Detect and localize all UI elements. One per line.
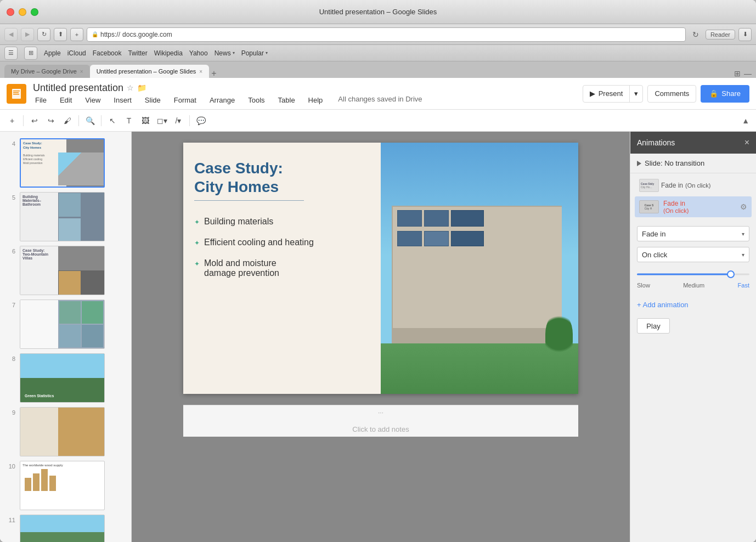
reader-button[interactable]: Reader <box>706 30 735 39</box>
bookmark-news[interactable]: News ▾ <box>215 49 235 57</box>
slides-logo[interactable] <box>7 84 26 104</box>
menu-slide[interactable]: Slide <box>143 95 163 105</box>
image-tool[interactable]: 🖼 <box>138 113 153 128</box>
undo-button[interactable]: ↩ <box>27 113 42 128</box>
slide-panel[interactable]: 4 Case Study:City Homes Building materia… <box>0 132 132 542</box>
bookmark-label: Twitter <box>128 49 147 57</box>
reading-list-button[interactable]: ☰ <box>4 47 18 60</box>
folder-icon[interactable]: 📁 <box>137 83 146 92</box>
bookmark-label: News <box>215 49 231 57</box>
collapse-toolbar-button[interactable]: ▲ <box>740 114 752 127</box>
slide-thumbnail-4[interactable]: Case Study:City Homes Building materials… <box>20 138 105 188</box>
text-tool[interactable]: T <box>121 113 137 128</box>
share-button[interactable]: 🔒 Share <box>701 85 749 103</box>
reload-button[interactable]: ↻ <box>689 28 702 41</box>
add-bookmark-button[interactable]: + <box>70 28 83 41</box>
star-icon[interactable]: ☆ <box>127 83 134 92</box>
slide-thumbnail-11[interactable] <box>20 515 105 542</box>
maximize-button[interactable] <box>31 8 38 16</box>
address-bar[interactable]: 🔒 https:// docs.google.com <box>87 27 686 42</box>
bookmark-yahoo[interactable]: Yahoo <box>189 49 208 57</box>
slide-item-7[interactable]: 7 <box>0 297 131 351</box>
first-anim-trigger: (On click) <box>685 182 710 189</box>
menu-format[interactable]: Format <box>172 95 199 105</box>
refresh-button[interactable]: ↻ <box>37 28 50 41</box>
redo-button[interactable]: ↪ <box>43 113 59 128</box>
bookmark-icloud[interactable]: iCloud <box>67 49 86 57</box>
animation-list-selected-container: Case S City H Fade in (On click) ⚙ <box>630 194 756 219</box>
tab-slides[interactable]: Untitled presentation – Google Slides × <box>90 65 209 78</box>
effect-dropdown[interactable]: Fade in ▾ <box>637 226 749 241</box>
animation-list-item-selected[interactable]: Case S City H Fade in (On click) ⚙ <box>635 196 752 217</box>
notes-input-area[interactable]: Click to add notes <box>183 421 578 437</box>
toolbar-separator <box>101 115 101 126</box>
select-tool[interactable]: ↖ <box>105 113 120 128</box>
slide-item-11[interactable]: 11 <box>0 512 131 542</box>
present-main[interactable]: ▶ Present <box>583 86 630 102</box>
notes-area[interactable]: ··· <box>183 405 578 421</box>
bookmark-facebook[interactable]: Facebook <box>93 49 122 57</box>
slide-item-4[interactable]: 4 Case Study:City Homes Building materia… <box>0 136 131 190</box>
close-button[interactable] <box>7 8 14 16</box>
zoom-in-button[interactable]: + <box>4 113 20 128</box>
minimize-button[interactable] <box>19 8 26 16</box>
top-sites-button[interactable]: ⊞ <box>24 47 37 60</box>
forward-button[interactable]: ▶ <box>21 28 34 41</box>
bookmark-twitter[interactable]: Twitter <box>128 49 147 57</box>
menu-file[interactable]: File <box>33 95 49 105</box>
header-title-area: Untitled presentation ☆ 📁 File Edit View… <box>33 82 422 105</box>
slide-thumbnail-9[interactable] <box>20 407 105 456</box>
present-dropdown[interactable]: ▾ <box>629 86 642 102</box>
slide-thumbnail-7[interactable] <box>20 300 105 349</box>
paint-format-button[interactable]: 🖌 <box>60 113 75 128</box>
back-button[interactable]: ◀ <box>4 28 18 41</box>
slide-thumbnail-10[interactable]: The worldwide wood supply <box>20 461 105 510</box>
canvas-area[interactable]: Case Study: City Homes ✦ Building materi… <box>132 132 630 542</box>
menu-insert[interactable]: Insert <box>111 95 134 105</box>
comment-tool[interactable]: 💬 <box>193 113 208 128</box>
slide-item-9[interactable]: 9 <box>0 405 131 459</box>
menu-edit[interactable]: Edit <box>58 95 74 105</box>
tab-drive[interactable]: My Drive – Google Drive × <box>4 65 90 78</box>
ssl-icon: 🔒 <box>92 31 98 37</box>
minimize-icon[interactable]: — <box>744 69 752 78</box>
slide-transition-section: Slide: No transition <box>630 154 756 173</box>
slide-item-5[interactable]: 5 BuildingMaterials–Bathroom <box>0 190 131 244</box>
close-panel-button[interactable]: × <box>744 138 749 148</box>
anim-settings-icon[interactable]: ⚙ <box>740 202 747 211</box>
shapes-tool[interactable]: ◻▾ <box>154 113 170 128</box>
comments-button[interactable]: Comments <box>647 85 696 103</box>
menu-table[interactable]: Table <box>276 95 297 105</box>
tab-close-icon[interactable]: × <box>199 69 202 75</box>
zoom-button[interactable]: 🔍 <box>82 113 98 128</box>
first-anim-row[interactable]: Case Stdy City Ho... Fade in (On click) <box>635 176 752 192</box>
menu-arrange[interactable]: Arrange <box>207 95 237 105</box>
bookmark-wikipedia[interactable]: Wikipedia <box>154 49 183 57</box>
menu-view[interactable]: View <box>83 95 103 105</box>
menu-help[interactable]: Help <box>306 95 325 105</box>
speed-thumb[interactable] <box>727 270 735 278</box>
show-all-tabs-icon[interactable]: ⊞ <box>734 69 741 78</box>
slide-item-8[interactable]: 8 Green Statistics <box>0 351 131 405</box>
add-animation-button[interactable]: + Add animation <box>637 301 689 309</box>
new-tab-button[interactable]: + <box>211 69 216 78</box>
downloads-button[interactable]: ⬇ <box>738 28 752 41</box>
slide-thumbnail-5[interactable]: BuildingMaterials–Bathroom <box>20 192 105 241</box>
slide-thumbnail-8[interactable]: Green Statistics <box>20 353 105 403</box>
slide-thumbnail-6[interactable]: Case Study:Two-Mountain Villas <box>20 246 105 295</box>
lines-tool[interactable]: /▾ <box>171 113 186 128</box>
present-button[interactable]: ▶ Present ▾ <box>583 85 644 103</box>
bullet-1: ✦ Building materials <box>194 217 370 227</box>
slide-transition-row[interactable]: Slide: No transition <box>637 159 749 167</box>
presentation-title-text[interactable]: Untitled presentation <box>33 82 123 94</box>
play-button[interactable]: Play <box>637 318 670 334</box>
trigger-dropdown[interactable]: On click ▾ <box>637 247 749 262</box>
share-page-button[interactable]: ⬆ <box>54 28 67 41</box>
bookmark-popular[interactable]: Popular ▾ <box>241 49 268 57</box>
bookmark-apple[interactable]: Apple <box>44 49 61 57</box>
menu-tools[interactable]: Tools <box>246 95 267 105</box>
title-underline <box>194 200 304 201</box>
slide-item-6[interactable]: 6 Case Study:Two-Mountain Villas <box>0 244 131 297</box>
slide-item-10[interactable]: 10 The worldwide wood supply <box>0 459 131 512</box>
tab-close-icon[interactable]: × <box>80 69 83 75</box>
